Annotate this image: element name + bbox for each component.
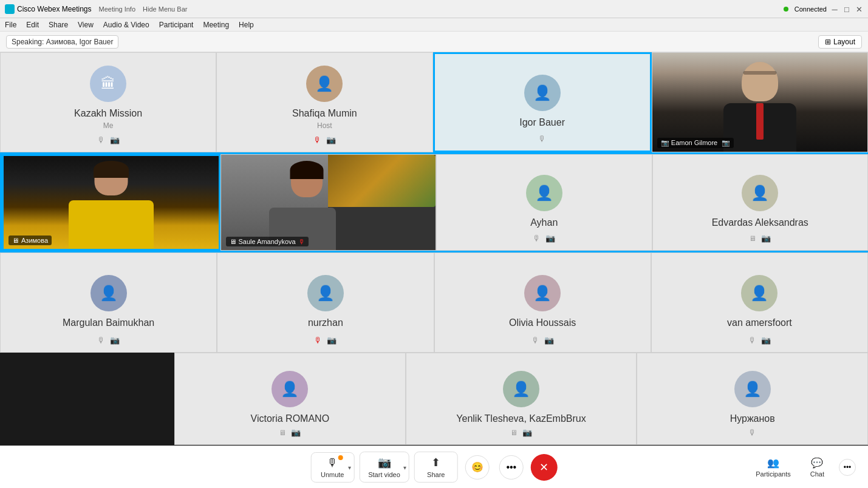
mic-icon-van-amersfoort: 🎙 <box>748 336 756 345</box>
layout-grid-icon: ⊞ <box>825 38 831 46</box>
orange-dot-icon <box>338 455 343 460</box>
participant-name-igor-bauer: Igor Bauer <box>519 117 565 128</box>
maximize-button[interactable]: □ <box>842 5 851 13</box>
menu-meeting[interactable]: Meeting <box>203 21 229 29</box>
video-icon-victoria: 📷 <box>291 428 301 437</box>
menu-help[interactable]: Help <box>239 21 254 29</box>
webex-logo-icon <box>5 4 15 14</box>
more-options-button[interactable]: ••• <box>499 455 524 480</box>
start-video-label: Start video <box>368 471 400 478</box>
eamon-name-label: 📷 Eamon Gilmore 📷 <box>657 138 734 148</box>
more-right-button[interactable]: ••• <box>839 459 856 476</box>
participant-cell-nurzhanov[interactable]: 👤 Нуржанов 🎙 <box>637 353 868 445</box>
cell-icons-igor-bauer: 🎙 <box>538 134 546 143</box>
participant-cell-olivia[interactable]: 👤 Olivia Houssais 🎙 📷 <box>434 252 651 353</box>
title-bar: Cisco Webex Meetings Meeting Info Hide M… <box>0 0 868 18</box>
mic-icon-shafiqa: 🎙 <box>313 135 321 144</box>
screen-icon-victoria: 🖥 <box>279 429 286 437</box>
video-icon-van-amersfoort: 📷 <box>761 336 771 345</box>
video-icon-nurzhan: 📷 <box>327 336 337 345</box>
participant-cell-kazakh-mission[interactable]: 🏛 Kazakh Mission Me 🎙 📷 <box>0 52 216 152</box>
participant-name-shafiqa: Shafiqa Mumin <box>292 108 357 119</box>
video-icon-olivia: 📷 <box>544 336 554 345</box>
menu-audio-video[interactable]: Audio & Video <box>103 21 149 29</box>
app-logo: Cisco Webex Meetings <box>5 4 92 14</box>
minimize-button[interactable]: ─ <box>830 5 839 13</box>
avatar-ayhan: 👤 <box>526 175 562 211</box>
participant-cell-yenlik[interactable]: 👤 Yenlik Tlesheva, KazEmbBrux 🖥 📷 <box>406 353 637 445</box>
cell-icons-shafiqa: 🎙 📷 <box>313 135 336 144</box>
participants-label: Participants <box>756 470 790 478</box>
grid-row-1: 🏛 Kazakh Mission Me 🎙 📷 👤 Shafiqa Mumin … <box>0 52 868 152</box>
cell-icons-edvardas: 🖥 📷 <box>749 234 771 243</box>
cell-icons-victoria: 🖥 📷 <box>279 428 301 437</box>
menu-edit[interactable]: Edit <box>26 21 39 29</box>
connected-status: Connected <box>795 5 827 13</box>
avatar-yenlik: 👤 <box>503 371 539 407</box>
cell-icons-margulan: 🎙 📷 <box>97 336 120 345</box>
titlebar-right: Connected ─ □ ✕ <box>784 5 863 13</box>
participant-cell-nurzhan[interactable]: 👤 nurzhan 🎙 📷 <box>217 252 434 353</box>
menu-participant[interactable]: Participant <box>159 21 194 29</box>
video-icon-ayhan: 📷 <box>545 234 555 243</box>
avatar-nurzhanov: 👤 <box>734 371 771 407</box>
control-right: 👥 Participants 💬 Chat ••• <box>751 455 856 480</box>
share-button[interactable]: ⬆ Share <box>414 452 458 483</box>
participant-name-olivia: Olivia Houssais <box>509 317 576 328</box>
participant-role-kazakh-mission: Me <box>103 121 114 130</box>
hide-menu-btn[interactable]: Hide Menu Bar <box>143 5 187 13</box>
speaking-indicator: Speaking: Азимова, Igor Bauer <box>6 35 118 49</box>
meeting-info-link[interactable]: Meeting Info <box>99 5 136 13</box>
eamon-video-feed <box>652 53 867 152</box>
video-icon-edvardas: 📷 <box>761 234 771 243</box>
menu-view[interactable]: View <box>78 21 94 29</box>
participant-cell-ayhan[interactable]: 👤 Ayhan 🎙 📷 <box>436 154 652 251</box>
mic-icon-kazakh-mission: 🎙 <box>97 135 105 144</box>
close-button[interactable]: ✕ <box>855 5 863 13</box>
layout-button[interactable]: ⊞ Layout <box>818 35 862 49</box>
unmute-dropdown-icon[interactable]: ▾ <box>348 464 351 470</box>
participant-cell-margulan[interactable]: 👤 Margulan Baimukhan 🎙 📷 <box>0 252 217 353</box>
more-right-icon: ••• <box>844 463 852 472</box>
layout-label: Layout <box>833 38 855 46</box>
participant-cell-eamon[interactable]: 📷 Eamon Gilmore 📷 <box>652 52 868 152</box>
avatar-van-amersfoort: 👤 <box>741 275 777 311</box>
avatar-kazakh-mission: 🏛 <box>90 66 126 102</box>
participant-name-edvardas: Edvardas Aleksandras <box>712 217 808 228</box>
participant-cell-edvardas[interactable]: 👤 Edvardas Aleksandras 🖥 📷 <box>652 154 869 251</box>
avatar-shafiqa: 👤 <box>306 66 343 102</box>
unmute-button[interactable]: 🎙 Unmute ▾ <box>310 452 354 483</box>
cell-icons-nurzhanov: 🎙 <box>748 428 756 437</box>
grid-row-2: 🖥 Азимова 🖥 Saule Amandykova 🎙 👤 Ayhan <box>0 152 868 252</box>
speaking-text: Speaking: Азимова, Igor Bauer <box>12 38 113 46</box>
grid-row-4: 👤 Victoria ROMANO 🖥 📷 👤 Yenlik Tlesheva,… <box>0 353 868 445</box>
participant-cell-van-amersfoort[interactable]: 👤 van amersfoort 🎙 📷 <box>651 252 868 353</box>
chat-label: Chat <box>810 470 824 478</box>
participants-button[interactable]: 👥 Participants <box>751 455 795 480</box>
participant-cell-azimova[interactable]: 🖥 Азимова <box>2 154 220 251</box>
menu-file[interactable]: File <box>5 21 16 29</box>
mic-icon-ayhan: 🎙 <box>533 234 541 243</box>
start-video-dropdown-icon[interactable]: ▾ <box>403 464 406 470</box>
end-call-button[interactable]: ✕ <box>531 454 558 481</box>
participant-cell-shafiqa[interactable]: 👤 Shafiqa Mumin Host 🎙 📷 <box>216 52 432 152</box>
emoji-icon: 😊 <box>471 461 484 473</box>
video-icon-yenlik: 📷 <box>522 428 532 437</box>
participant-cell-saule[interactable]: 🖥 Saule Amandykova 🎙 <box>220 154 437 251</box>
screen-icon-saule: 🖥 <box>230 238 236 245</box>
mic-icon-margulan: 🎙 <box>97 336 105 345</box>
screen-icon-yenlik: 🖥 <box>510 429 518 437</box>
chat-button[interactable]: 💬 Chat <box>805 455 829 480</box>
connected-dot-icon <box>784 7 788 12</box>
avatar-margulan: 👤 <box>91 275 127 311</box>
video-icon-kazakh-mission: 📷 <box>110 135 120 144</box>
reactions-button[interactable]: 😊 <box>465 455 490 480</box>
grid-row-3: 👤 Margulan Baimukhan 🎙 📷 👤 nurzhan 🎙 📷 👤… <box>0 252 868 353</box>
participant-cell-igor-bauer[interactable]: 👤 Igor Bauer 🎙 <box>433 52 652 152</box>
start-video-button[interactable]: 📷 Start video ▾ <box>359 452 409 483</box>
participant-cell-victoria[interactable]: 👤 Victoria ROMANO 🖥 📷 <box>174 353 406 445</box>
menu-share[interactable]: Share <box>49 21 68 29</box>
participant-name-victoria: Victoria ROMANO <box>251 413 330 424</box>
participant-name-kazakh-mission: Kazakh Mission <box>74 108 142 119</box>
participant-name-nurzhan: nurzhan <box>308 317 343 328</box>
